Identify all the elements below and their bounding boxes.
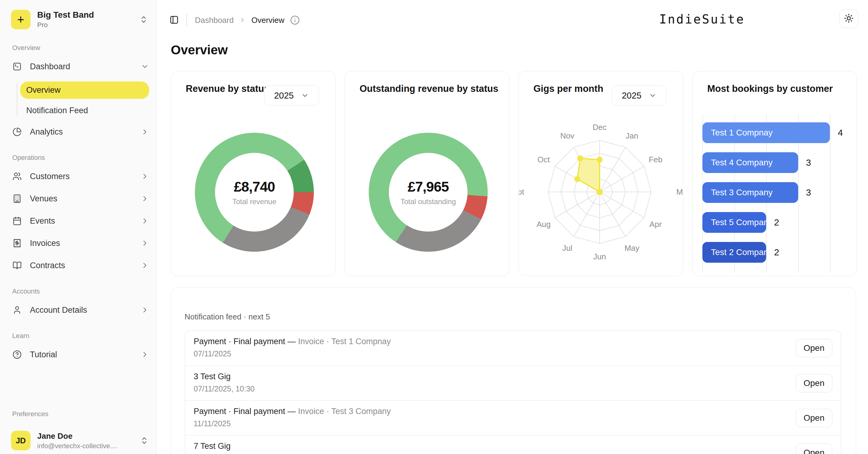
open-button[interactable]: Open [796,374,832,392]
bar-label: Test 2 Company [703,247,773,257]
radar-axis-label: Oct [537,155,550,164]
card-most-bookings: Most bookings by customer Test 1 Compnay… [692,71,857,276]
feed-row: 7 Test GigOpen [185,435,841,454]
feed-header: Notification feed · next 5 [185,312,270,322]
bar-test-4-company[interactable]: Test 4 Company [703,152,798,173]
sun-icon [844,13,854,24]
radar-data-point [577,155,584,161]
section-label-preferences: Preferences [12,410,49,418]
sidebar-item-label: Invoices [30,239,60,248]
panel-left-icon [169,15,179,25]
radar-data-point [596,156,603,162]
bar-value: 2 [774,242,779,263]
sidebar-item-venues[interactable]: Venues [12,191,149,206]
bar-test-1-compnay[interactable]: Test 1 Compnay [703,122,830,143]
chevron-right-icon [141,172,149,181]
radar-axis-label: Jan [625,131,638,140]
bar-value: 4 [838,122,843,143]
tree-guide [17,83,18,117]
card-notification-feed: Notification feed · next 5 Payment · Fin… [171,287,856,454]
bar-test-3-company[interactable]: Test 3 Company [703,182,798,203]
main-content: Dashboard Overview IndieSuite Overview R… [157,0,868,454]
sidebar-item-overview[interactable]: Overview [20,82,149,99]
chevron-down-icon [301,92,309,99]
sidebar-toggle-button[interactable] [167,13,181,27]
bar-label: Test 1 Compnay [703,128,773,138]
app-logo: IndieSuite [659,12,745,26]
workspace-switcher[interactable]: + Big Test Band Pro [0,0,156,29]
topbar: Dashboard Overview IndieSuite [157,0,868,39]
theme-toggle-button[interactable] [839,9,858,28]
sidebar-item-contracts[interactable]: Contracts [12,258,149,273]
dashboard-terminal-icon [12,62,22,71]
section-label-accounts: Accounts [12,287,156,295]
sidebar-item-dashboard[interactable]: Dashboard [12,59,149,74]
open-button[interactable]: Open [796,339,832,357]
divider [186,14,187,26]
radar-data-point [596,189,603,195]
sidebar-item-label: Venues [30,194,57,204]
user-icon [12,305,22,315]
sidebar-item-tutorial[interactable]: Tutorial [12,347,149,362]
chevrons-up-down-icon [140,15,148,24]
help-circle-icon [12,350,22,359]
radar-axis-label: Jul [562,243,572,253]
chevron-right-icon [141,350,149,359]
donut-chart-outstanding: £7,965 Total outstanding [369,133,488,252]
page-title: Overview [171,43,228,57]
workspace-logo: + [11,10,31,29]
bar-gridline [830,114,831,273]
feed-row: Payment · Final payment — Invoice · Test… [185,331,841,365]
users-icon [12,172,22,181]
feed-row-title: Payment · Final payment — Invoice · Test… [194,337,841,346]
chevron-right-icon [141,261,149,270]
user-menu[interactable]: JD Jane Doe info@vertechx-collective.... [11,431,149,450]
year-select[interactable]: 2025 [264,85,319,105]
card-title: Outstanding revenue by status [360,83,498,95]
sidebar-nav: OverviewDashboardOverviewNotification Fe… [0,44,156,362]
calendar-icon [12,216,22,226]
sidebar-item-analytics[interactable]: Analytics [12,124,149,139]
sidebar-item-customers[interactable]: Customers [12,169,149,184]
chevron-right-icon [141,127,149,136]
radar-axis-label: Feb [649,155,662,164]
sidebar-item-notification-feed[interactable]: Notification Feed [20,104,149,117]
bar-value: 3 [806,152,811,173]
radar-data-polygon [577,158,599,192]
total-revenue-value: £8,740 [234,179,275,195]
workspace-plan: Pro [37,21,140,29]
info-icon[interactable] [290,15,300,25]
total-revenue-label: Total revenue [232,198,276,206]
radar-axis-label: Dec [593,123,607,132]
chevron-down-icon [141,62,149,71]
user-email: info@vertechx-collective.... [37,442,140,450]
card-outstanding-revenue: Outstanding revenue by status £7,965 Tot… [345,71,509,276]
radar-axis-label: Aug [536,220,551,229]
breadcrumb-parent[interactable]: Dashboard [195,16,234,25]
sidebar-item-account-details[interactable]: Account Details [12,303,149,317]
radar-axis-label: May [624,243,639,253]
sidebar: + Big Test Band Pro OverviewDashboardOve… [0,0,157,454]
chevron-right-icon [239,17,246,24]
feed-row: 3 Test Gig07/11/2025, 10:30Open [185,365,841,400]
open-button[interactable]: Open [796,409,832,427]
radar-grid-spoke [574,192,600,237]
feed-row-date: 07/11/2025, 10:30 [194,385,841,393]
bar-test-5-company[interactable]: Test 5 Company [703,212,766,233]
radar-axis-label: Sept [519,187,525,196]
feed-row-title: 7 Test Gig [194,442,841,451]
feed-row: Payment · Final payment — Invoice · Test… [185,400,841,435]
bar-test-2-company[interactable]: Test 2 Company [703,242,766,263]
sidebar-item-invoices[interactable]: Invoices [12,236,149,250]
radar-data-point [574,176,580,182]
sidebar-item-label: Customers [30,172,70,181]
radar-axis-label: Apr [649,220,662,229]
chevrons-up-down-icon [140,436,149,445]
sidebar-item-label: Account Details [30,305,87,315]
section-label-learn: Learn [12,332,156,340]
sidebar-item-events[interactable]: Events [12,214,149,228]
total-outstanding-value: £7,965 [408,179,449,195]
open-button[interactable]: Open [796,444,832,454]
feed-row-title: 3 Test Gig [194,372,841,382]
feed-row-title: Payment · Final payment — Invoice · Test… [194,407,841,416]
